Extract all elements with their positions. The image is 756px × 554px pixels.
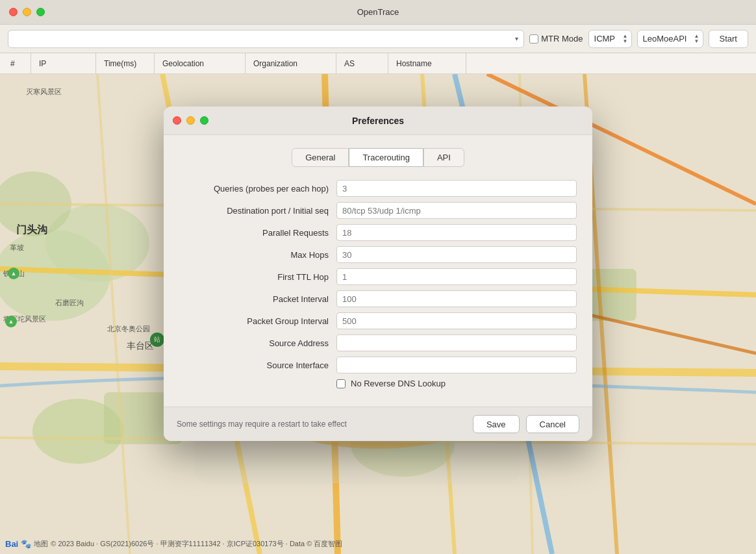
tab-bar: General Tracerouting API: [179, 148, 577, 167]
packet-interval-label: Packet Interval: [179, 294, 329, 304]
first-ttl-input[interactable]: [336, 268, 577, 285]
packet-group-interval-row: Packet Group Interval: [179, 312, 577, 329]
no-reverse-dns-label: No Reverse DNS Lookup: [351, 379, 446, 388]
source-address-row: Source Address: [179, 334, 577, 351]
tab-general[interactable]: General: [292, 148, 349, 167]
max-hops-row: Max Hops: [179, 246, 577, 263]
parallel-requests-label: Parallel Requests: [179, 228, 329, 238]
api-selector[interactable]: LeoMoeAPI IPInfo MaxMind ▲▼: [637, 30, 703, 48]
no-reverse-dns-row: No Reverse DNS Lookup: [179, 379, 577, 388]
first-ttl-label: First TTL Hop: [179, 272, 329, 282]
source-address-label: Source Address: [179, 338, 329, 348]
modal-close-button[interactable]: [173, 116, 181, 125]
packet-interval-row: Packet Interval: [179, 290, 577, 307]
source-interface-label: Source Interface: [179, 360, 329, 370]
footer-note: Some settings may require a restart to t…: [177, 420, 347, 429]
source-address-input[interactable]: [336, 334, 577, 351]
mtr-mode-control: MTR Mode: [529, 34, 583, 44]
minimize-button[interactable]: [23, 8, 31, 16]
modal-window-controls: [173, 116, 208, 125]
source-interface-row: Source Interface: [179, 357, 577, 373]
title-bar: OpenTrace: [0, 0, 756, 25]
column-headers: # IP Time(ms) Geolocation Organization A…: [0, 53, 756, 74]
preferences-modal: Preferences General Tracerouting API Que…: [164, 107, 592, 441]
max-hops-input[interactable]: [336, 246, 577, 263]
packet-group-interval-label: Packet Group Interval: [179, 316, 329, 326]
close-button[interactable]: [9, 8, 18, 16]
modal-titlebar: Preferences: [164, 107, 592, 135]
modal-overlay: Preferences General Tracerouting API Que…: [0, 74, 756, 554]
max-hops-label: Max Hops: [179, 250, 329, 260]
protocol-selector[interactable]: ICMP UDP TCP ▲▼: [588, 30, 632, 48]
mtr-mode-label: MTR Mode: [541, 34, 583, 44]
protocol-select[interactable]: ICMP UDP TCP: [588, 30, 632, 48]
footer-buttons: Save Cancel: [473, 415, 579, 433]
queries-label: Queries (probes per each hop): [179, 184, 329, 194]
col-hostname[interactable]: Hostname: [388, 53, 466, 73]
modal-title: Preferences: [352, 116, 404, 126]
toolbar: ▾ MTR Mode ICMP UDP TCP ▲▼ LeoMoeAPI IPI…: [0, 25, 756, 53]
dropdown-arrow-icon: ▾: [515, 35, 518, 42]
packet-group-interval-input[interactable]: [336, 312, 577, 329]
dest-port-input[interactable]: [336, 202, 577, 219]
mtr-mode-checkbox[interactable]: [529, 34, 538, 44]
col-as[interactable]: AS: [336, 53, 388, 73]
modal-maximize-button[interactable]: [200, 116, 208, 125]
start-button[interactable]: Start: [709, 30, 748, 48]
window-controls: [9, 8, 45, 16]
col-org[interactable]: Organization: [246, 53, 336, 73]
no-reverse-dns-checkbox[interactable]: [336, 379, 346, 388]
col-time[interactable]: Time(ms): [96, 53, 155, 73]
tab-api[interactable]: API: [423, 148, 464, 167]
app-title: OpenTrace: [357, 7, 399, 17]
dest-port-row: Destination port / Initial seq: [179, 202, 577, 219]
dest-port-label: Destination port / Initial seq: [179, 206, 329, 216]
col-hash[interactable]: #: [5, 53, 31, 73]
col-geo[interactable]: Geolocation: [155, 53, 246, 73]
queries-input[interactable]: [336, 180, 577, 197]
maximize-button[interactable]: [36, 8, 45, 16]
tab-tracerouting[interactable]: Tracerouting: [349, 148, 423, 167]
cancel-button[interactable]: Cancel: [526, 415, 579, 433]
first-ttl-row: First TTL Hop: [179, 268, 577, 285]
parallel-requests-input[interactable]: [336, 224, 577, 241]
api-select[interactable]: LeoMoeAPI IPInfo MaxMind: [637, 30, 703, 48]
modal-body: General Tracerouting API Queries (probes…: [164, 135, 592, 407]
parallel-requests-row: Parallel Requests: [179, 224, 577, 241]
packet-interval-input[interactable]: [336, 290, 577, 307]
save-button[interactable]: Save: [473, 415, 520, 433]
modal-footer: Some settings may require a restart to t…: [164, 407, 592, 441]
address-bar[interactable]: ▾: [8, 30, 524, 48]
source-interface-input[interactable]: [336, 357, 577, 373]
col-ip[interactable]: IP: [31, 53, 96, 73]
modal-minimize-button[interactable]: [186, 116, 195, 125]
queries-row: Queries (probes per each hop): [179, 180, 577, 197]
